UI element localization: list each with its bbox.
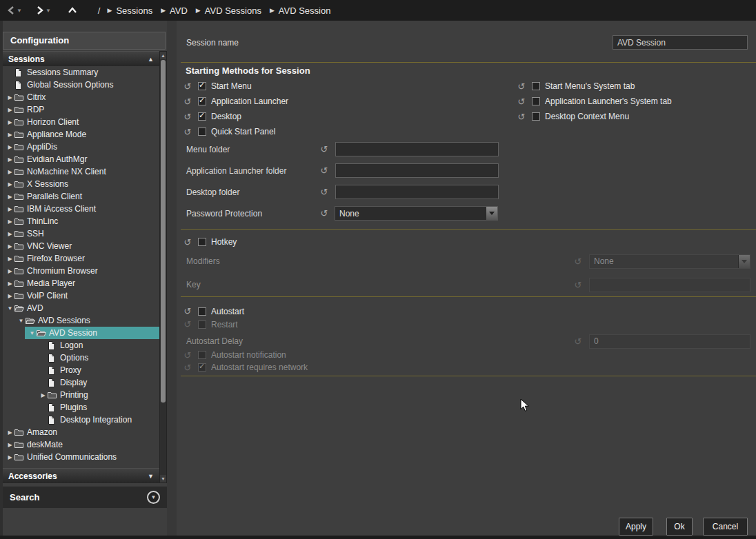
tree-item[interactable]: ▶ NoMachine NX Client	[3, 165, 159, 178]
tree-item[interactable]: ▼ AVD Sessions	[3, 314, 159, 327]
dropdown-arrow-icon[interactable]	[486, 207, 497, 220]
reset-icon[interactable]: ↺	[516, 112, 527, 121]
breadcrumb-item[interactable]: ▶ Sessions	[107, 6, 152, 16]
tree-expander-icon[interactable]: ▶	[6, 429, 14, 436]
search-expand-button[interactable]: ▼	[147, 491, 160, 504]
sessions-section-header[interactable]: Sessions ▲	[3, 51, 159, 66]
reset-icon[interactable]: ↺	[182, 307, 193, 316]
scrollbar-thumb[interactable]	[161, 60, 166, 403]
tree-item[interactable]: Logon	[3, 339, 159, 352]
tree-item[interactable]: ▶ SSH	[3, 227, 159, 240]
hotkey-checkbox[interactable]	[198, 238, 206, 246]
reset-icon[interactable]: ↺	[182, 97, 193, 106]
breadcrumb-item[interactable]: ▶ AVD	[161, 6, 188, 16]
tree-item[interactable]: ▶ Amazon	[3, 426, 159, 438]
reset-icon[interactable]: ↺	[182, 363, 193, 372]
scrollbar-up-icon[interactable]: ▲	[160, 52, 166, 59]
breadcrumb-item[interactable]: ▶ AVD Sessions	[196, 6, 261, 16]
tree-item[interactable]: ▶ AppliDis	[3, 141, 159, 153]
tree-item[interactable]: Proxy	[3, 364, 159, 376]
tree-item[interactable]: ▶ RDP	[3, 103, 159, 116]
tree-expander-icon[interactable]: ▶	[6, 293, 14, 299]
tree-expander-icon[interactable]: ▶	[6, 442, 14, 448]
folder-input[interactable]	[335, 163, 499, 178]
reset-icon[interactable]: ↺	[516, 82, 527, 91]
tree-item[interactable]: ▶ Citrix	[3, 91, 159, 103]
ok-button[interactable]: Ok	[666, 518, 693, 536]
tree-item[interactable]: Sessions Summary	[3, 66, 159, 79]
reset-icon[interactable]: ↺	[573, 281, 584, 289]
breadcrumb-root[interactable]: /	[98, 6, 101, 16]
autostart-checkbox[interactable]	[198, 307, 206, 316]
reset-icon[interactable]: ↺	[319, 187, 330, 196]
key-input[interactable]	[589, 278, 750, 292]
search-panel-header[interactable]: Search ▼	[3, 486, 167, 508]
tree-expander-icon[interactable]: ▶	[6, 132, 14, 138]
tree-expander-icon[interactable]: ▶	[6, 156, 14, 163]
forward-history-dropdown-icon[interactable]: ▼	[46, 8, 51, 14]
tree-expander-icon[interactable]: ▶	[6, 454, 14, 460]
tree-expander-icon[interactable]: ▼	[6, 305, 14, 312]
checkbox[interactable]	[198, 112, 206, 121]
tree-item[interactable]: ▶ X Sessions	[3, 178, 159, 190]
tree-expander-icon[interactable]: ▶	[6, 231, 14, 237]
tree-expander-icon[interactable]: ▶	[6, 281, 14, 287]
tree-expander-icon[interactable]: ▼	[17, 318, 26, 324]
tree-scrollbar[interactable]: ▲ ▼	[159, 51, 167, 483]
tree-expander-icon[interactable]: ▶	[6, 194, 14, 200]
tree-item[interactable]: ▶ Chromium Browser	[3, 265, 159, 277]
apply-button[interactable]: Apply	[619, 518, 653, 536]
folder-input[interactable]	[335, 142, 499, 156]
tree-item[interactable]: ▶ Media Player	[3, 277, 159, 289]
password-protection-select[interactable]: None	[335, 206, 498, 221]
tree-item[interactable]: ▶ VNC Viewer	[3, 240, 159, 252]
checkbox[interactable]	[532, 97, 540, 105]
reset-icon[interactable]: ↺	[182, 128, 193, 136]
tree-expander-icon[interactable]: ▶	[6, 107, 14, 113]
tree-item[interactable]: ▶ Horizon Client	[3, 116, 159, 128]
nav-up-button[interactable]	[68, 6, 77, 14]
checkbox[interactable]	[198, 82, 206, 90]
tree-item[interactable]: ▼ AVD Session	[3, 327, 159, 339]
tree-expander-icon[interactable]: ▶	[6, 243, 14, 250]
tree-expander-icon[interactable]: ▶	[6, 268, 14, 274]
checkbox[interactable]	[198, 128, 206, 136]
tree-item[interactable]: ▶ ThinLinc	[3, 215, 159, 227]
reset-icon[interactable]: ↺	[516, 97, 527, 106]
tree-expander-icon[interactable]: ▶	[6, 256, 14, 262]
reset-icon[interactable]: ↺	[319, 145, 330, 154]
tree-expander-icon[interactable]: ▶	[6, 181, 14, 187]
tree-item[interactable]: ▶ Appliance Mode	[3, 128, 159, 141]
tree-expander-icon[interactable]: ▶	[6, 218, 14, 225]
tree-item[interactable]: ▶ Unified Communications	[3, 451, 159, 463]
folder-input[interactable]	[335, 185, 499, 199]
tree-item[interactable]: Global Session Options	[3, 79, 159, 91]
breadcrumb-item[interactable]: ▶ AVD Session	[270, 6, 331, 16]
reset-icon[interactable]: ↺	[182, 351, 193, 360]
autostart-delay-input[interactable]	[589, 334, 750, 349]
tree-expander-icon[interactable]: ▼	[28, 330, 37, 336]
nav-back-button[interactable]: ▼	[7, 6, 22, 15]
tree-item[interactable]: ▶ Firefox Browser	[3, 252, 159, 265]
tree-expander-icon[interactable]: ▶	[6, 206, 14, 212]
tree-item[interactable]: ▶ Evidian AuthMgr	[3, 153, 159, 165]
tree-item[interactable]: ▶ VoIP Client	[3, 289, 159, 302]
reset-icon[interactable]: ↺	[182, 320, 193, 329]
collapse-icon[interactable]: ▲	[148, 56, 154, 63]
tree-expander-icon[interactable]: ▶	[39, 392, 48, 398]
cancel-button[interactable]: Cancel	[703, 518, 748, 536]
scrollbar-down-icon[interactable]: ▼	[160, 475, 166, 482]
reset-icon[interactable]: ↺	[319, 209, 330, 218]
tree-expander-icon[interactable]: ▶	[6, 144, 14, 150]
checkbox[interactable]	[532, 82, 540, 90]
session-name-input[interactable]	[613, 35, 748, 50]
tree-expander-icon[interactable]: ▶	[6, 94, 14, 101]
tree-item[interactable]: ▼ AVD	[3, 302, 159, 314]
tree-item[interactable]: ▶ IBM iAccess Client	[3, 203, 159, 215]
reset-icon[interactable]: ↺	[182, 112, 193, 121]
accessories-section-header[interactable]: Accessories ▼	[3, 468, 159, 483]
modifiers-select[interactable]: None	[589, 254, 750, 269]
tree-expander-icon[interactable]: ▶	[6, 119, 14, 125]
tree-item[interactable]: Options	[3, 352, 159, 364]
reset-icon[interactable]: ↺	[182, 82, 193, 91]
